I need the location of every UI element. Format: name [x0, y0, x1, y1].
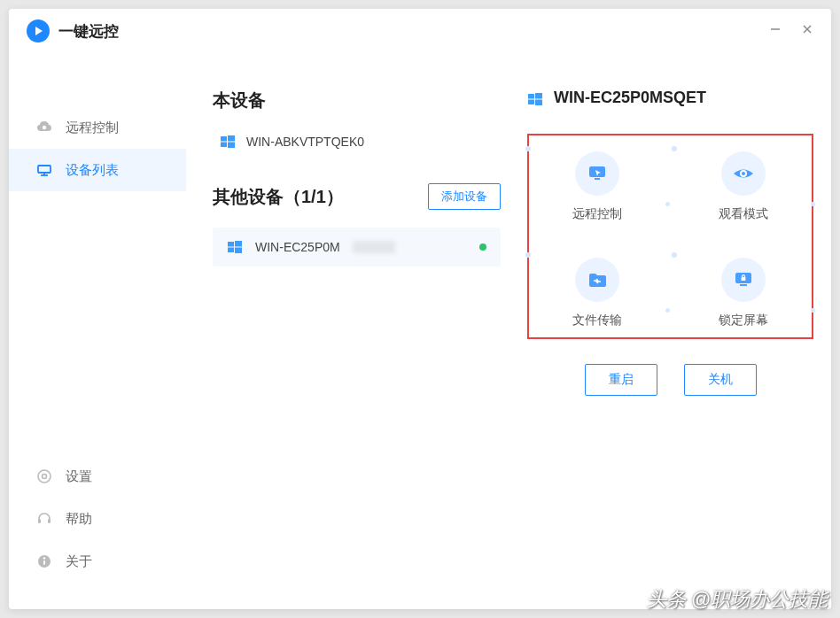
gear-icon	[35, 467, 53, 485]
info-icon	[35, 552, 53, 570]
sidebar-item-about[interactable]: 关于	[9, 540, 186, 583]
windows-icon	[527, 90, 543, 106]
app-window: 一键远控 远程控制	[9, 9, 831, 609]
headset-icon	[35, 510, 53, 528]
local-device: WIN-ABKVTPTQEK0	[213, 130, 501, 150]
sidebar-item-label: 帮助	[66, 511, 92, 528]
action-lock-screen[interactable]: 锁定屏幕	[684, 258, 804, 328]
sidebar-item-remote-control[interactable]: 远程控制	[9, 106, 186, 149]
svg-point-3	[43, 126, 46, 129]
content-area: 远程控制 设备列表 设置	[9, 53, 831, 609]
action-watch-mode[interactable]: 观看模式	[684, 151, 804, 222]
devices-icon	[35, 161, 53, 179]
sidebar-item-device-list[interactable]: 设备列表	[9, 149, 186, 191]
svg-point-29	[742, 172, 745, 175]
svg-rect-23	[535, 93, 542, 99]
detail-header: WIN-EC25P0MSQET	[527, 89, 813, 107]
eye-icon	[721, 151, 766, 196]
detail-device-name: WIN-EC25P0MSQET	[554, 89, 706, 107]
svg-rect-9	[38, 519, 41, 523]
titlebar: 一键远控	[9, 9, 831, 53]
svg-rect-17	[228, 143, 235, 149]
action-remote-control[interactable]: 远程控制	[538, 151, 657, 222]
svg-point-7	[38, 470, 51, 483]
other-devices-heading: 其他设备（1/1）	[213, 185, 344, 209]
monitor-cursor-icon	[575, 151, 619, 196]
svg-rect-20	[228, 248, 234, 253]
sidebar-item-label: 关于	[66, 553, 92, 570]
app-logo-icon	[27, 19, 50, 42]
sidebar-item-settings[interactable]: 设置	[9, 455, 186, 498]
device-list-panel: 本设备 WIN-ABKVTPTQEK0 其他设备（1/1） 添加设备 WIN-E…	[213, 89, 501, 591]
main-panel: 本设备 WIN-ABKVTPTQEK0 其他设备（1/1） 添加设备 WIN-E…	[186, 53, 831, 609]
windows-icon	[227, 239, 243, 255]
svg-rect-21	[235, 248, 242, 254]
online-status-dot	[479, 243, 486, 251]
shutdown-button[interactable]: 关机	[684, 364, 757, 396]
svg-rect-19	[235, 241, 242, 247]
action-label: 锁定屏幕	[719, 313, 768, 328]
svg-rect-14	[221, 136, 227, 142]
local-device-name: WIN-ABKVTPTQEK0	[246, 135, 364, 149]
svg-rect-13	[43, 560, 45, 565]
svg-point-12	[43, 557, 45, 559]
close-button[interactable]	[801, 23, 813, 39]
device-name: WIN-EC25P0M	[255, 240, 340, 254]
device-detail-panel: WIN-EC25P0MSQET 远程控制 观看模式	[518, 89, 813, 591]
other-devices-header: 其他设备（1/1） 添加设备	[213, 183, 501, 210]
svg-rect-15	[228, 135, 235, 142]
action-label: 远程控制	[572, 206, 622, 222]
svg-rect-25	[535, 99, 542, 105]
windows-icon	[220, 134, 236, 150]
cloud-icon	[35, 119, 53, 136]
sidebar-item-help[interactable]: 帮助	[9, 498, 186, 540]
svg-rect-24	[528, 99, 534, 104]
svg-rect-4	[38, 166, 51, 173]
restart-button[interactable]: 重启	[585, 364, 657, 396]
action-label: 观看模式	[719, 206, 768, 222]
sidebar-item-label: 远程控制	[66, 120, 119, 136]
window-controls	[769, 23, 813, 39]
action-label: 文件传输	[572, 313, 622, 328]
sidebar-item-label: 设置	[66, 468, 92, 485]
svg-rect-18	[228, 242, 234, 247]
device-name-redacted	[353, 241, 395, 253]
svg-rect-27	[595, 178, 600, 180]
lock-screen-icon	[721, 258, 766, 302]
power-buttons: 重启 关机	[527, 364, 813, 396]
logo-area: 一键远控	[27, 19, 119, 42]
svg-rect-10	[48, 519, 51, 523]
minimize-button[interactable]	[769, 23, 782, 39]
svg-rect-16	[221, 143, 227, 148]
actions-grid-highlighted: 远程控制 观看模式 文件传输	[527, 134, 813, 339]
svg-rect-22	[528, 94, 534, 99]
app-title: 一键远控	[58, 21, 119, 42]
local-device-heading: 本设备	[213, 89, 501, 112]
svg-rect-31	[740, 284, 747, 286]
folder-transfer-icon	[575, 258, 619, 302]
svg-rect-32	[741, 277, 745, 281]
add-device-button[interactable]: 添加设备	[428, 183, 501, 210]
device-list-item[interactable]: WIN-EC25P0M	[213, 228, 501, 267]
svg-point-8	[43, 475, 47, 479]
action-file-transfer[interactable]: 文件传输	[538, 258, 657, 328]
sidebar-item-label: 设备列表	[66, 162, 119, 179]
sidebar: 远程控制 设备列表 设置	[9, 53, 186, 609]
